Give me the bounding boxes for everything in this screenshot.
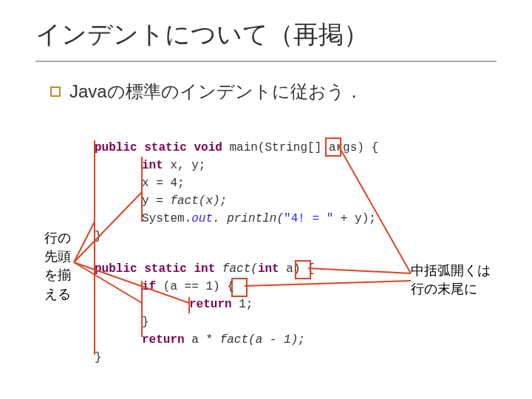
kw-if: if bbox=[142, 280, 156, 293]
note-align-heads: 行の 先頭 を揃 える bbox=[44, 229, 71, 304]
main-sig: main(String[] args) bbox=[229, 141, 364, 154]
ret1: 1; bbox=[232, 298, 253, 311]
brace-close-fact: } bbox=[95, 349, 378, 366]
system: System. bbox=[142, 212, 191, 225]
fact-call-x: fact(x); bbox=[170, 194, 227, 208]
int-xy: x, y; bbox=[170, 159, 205, 172]
kw-int-3: int bbox=[258, 262, 279, 276]
kw-static-2: static bbox=[144, 262, 187, 276]
brace-open-main: { bbox=[372, 141, 379, 154]
fact-sig: fact( bbox=[222, 262, 258, 276]
bullet-square-icon bbox=[50, 86, 61, 97]
kw-public-2: public bbox=[95, 262, 137, 276]
brace-box-1 bbox=[325, 137, 341, 157]
plus-y: + y); bbox=[333, 212, 376, 225]
nl3: を揃 bbox=[44, 266, 71, 284]
brace-box-2 bbox=[295, 260, 311, 279]
bullet-text: Javaの標準のインデントに従おう． bbox=[69, 80, 363, 103]
nr2: 行の末尾に bbox=[411, 280, 491, 299]
y-assign: y = bbox=[142, 194, 170, 208]
brace-close-if: } bbox=[95, 313, 378, 331]
kw-int: int bbox=[142, 159, 163, 172]
bullet-row: Javaの標準のインデントに従おう． bbox=[50, 80, 497, 103]
brace-box-3 bbox=[231, 278, 248, 297]
out-field: out bbox=[191, 212, 213, 225]
nl2: 先頭 bbox=[44, 248, 71, 266]
kw-public: public bbox=[95, 141, 137, 154]
x-assign: x = 4; bbox=[95, 174, 378, 192]
kw-int-2: int bbox=[194, 262, 215, 276]
kw-void: void bbox=[194, 141, 222, 154]
code-block: public static void main(String[] args) {… bbox=[95, 139, 378, 366]
str-lit: "4! = " bbox=[284, 212, 333, 225]
nl4: える bbox=[44, 285, 71, 304]
kw-return-1: return bbox=[189, 298, 232, 311]
nr1: 中括弧開くは bbox=[411, 262, 491, 280]
nl1: 行の bbox=[44, 229, 71, 248]
kw-static: static bbox=[144, 141, 187, 154]
svg-line-4 bbox=[74, 222, 95, 262]
note-brace-eol: 中括弧開くは 行の末尾に bbox=[411, 262, 491, 299]
brace-close-main: } bbox=[95, 228, 378, 245]
ret-mul1: a * bbox=[185, 333, 220, 347]
fact-call-rec: fact(a - 1); bbox=[220, 333, 305, 347]
println: . println( bbox=[213, 212, 284, 225]
kw-return-2: return bbox=[142, 333, 185, 347]
slide-title: インデントについて（再掲） bbox=[35, 18, 497, 62]
cond: (a == 1) bbox=[156, 280, 227, 293]
